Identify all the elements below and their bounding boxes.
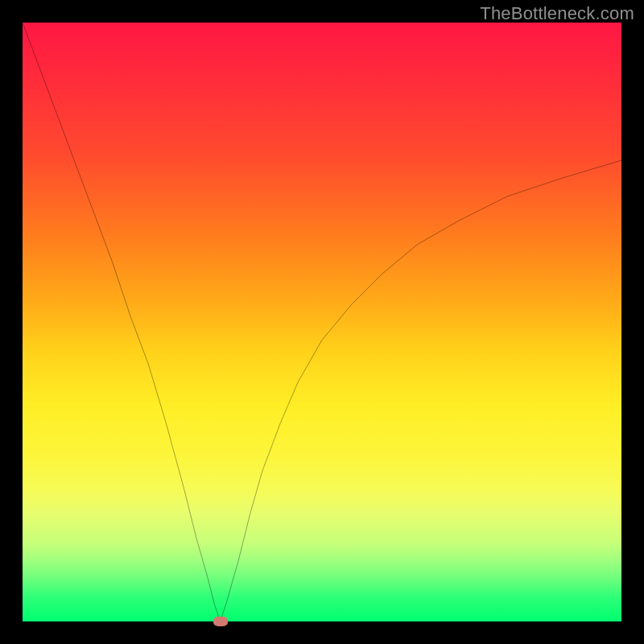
outer-frame: TheBottleneck.com — [0, 0, 644, 644]
bottleneck-curve — [23, 23, 621, 621]
watermark-text: TheBottleneck.com — [480, 3, 634, 24]
bottleneck-marker — [213, 617, 228, 626]
plot-area — [23, 23, 621, 621]
